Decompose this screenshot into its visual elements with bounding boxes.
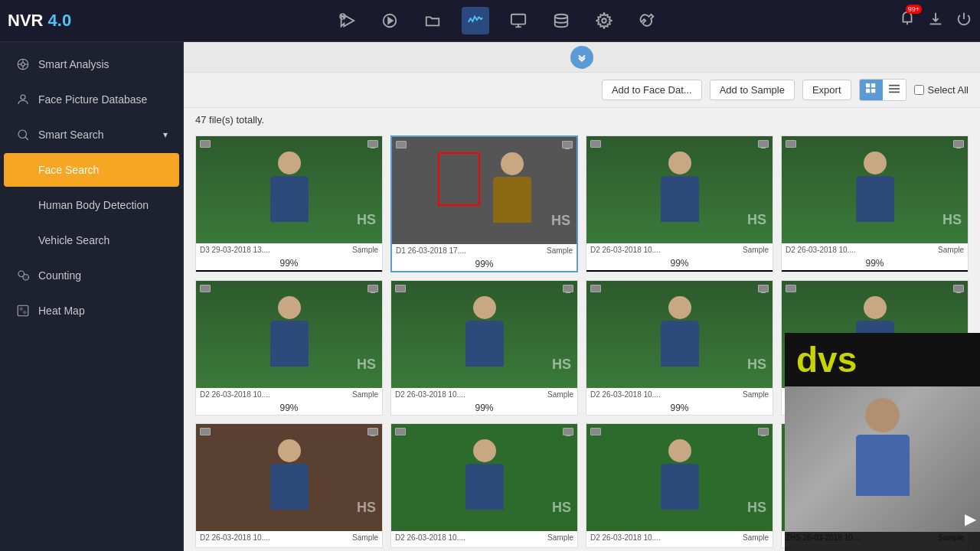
image-info: D2 26-03-2018 10.... Sample	[782, 243, 968, 256]
heat-map-icon	[15, 303, 31, 318]
image-score	[196, 544, 382, 547]
image-frame: HS	[586, 281, 773, 388]
topbar: NVR 4.0	[0, 0, 980, 42]
svg-rect-28	[889, 88, 900, 90]
image-frame: HS	[586, 424, 773, 531]
smart-search-arrow: ▾	[163, 129, 168, 140]
svg-line-17	[25, 137, 28, 140]
svg-point-10	[21, 63, 25, 67]
table-row[interactable]: HS D2 26-03-2018 10.... Sample 99%	[195, 280, 383, 416]
export-button[interactable]: Export	[802, 80, 851, 100]
image-frame: HS	[196, 424, 382, 531]
camera-icon	[786, 140, 796, 148]
image-info: D2 26-03-2018 10.... Sample	[196, 388, 382, 401]
image-score	[391, 544, 577, 547]
svg-point-22	[23, 311, 27, 315]
view-toggle	[859, 79, 906, 101]
list-view-button[interactable]	[883, 80, 906, 100]
select-all-area: Select All	[914, 84, 969, 96]
sidebar-item-heat-map[interactable]: Heat Map	[4, 294, 179, 328]
table-row[interactable]: HS D1 26-03-2018 17.... Sample 99%	[390, 135, 578, 272]
sidebar-item-smart-analysis[interactable]: Smart Analysis	[4, 47, 179, 81]
svg-rect-25	[866, 89, 870, 93]
collapse-button[interactable]	[570, 46, 593, 69]
image-info: D2 26-03-2018 10.... Sample	[196, 531, 382, 544]
table-row[interactable]: HS D2 26-03-2018 10.... Sample	[586, 423, 773, 548]
sidebar-item-vehicle-search[interactable]: Vehicle Search	[4, 223, 179, 257]
image-frame: HS	[391, 281, 577, 388]
camera-icon	[786, 285, 796, 292]
svg-rect-23	[866, 83, 870, 87]
image-info: D2 26-03-2018 10.... Sample	[586, 531, 773, 544]
image-timestamp: D2 26-03-2018 10....	[590, 390, 661, 399]
dvs-logo-text: dvs	[796, 340, 857, 380]
nav-tools[interactable]	[633, 7, 661, 34]
cam-watermark: HS	[357, 500, 376, 516]
sidebar-label-smart-analysis: Smart Analysis	[38, 58, 109, 70]
file-count-text: 47 file(s) totally.	[195, 114, 264, 126]
download-icon[interactable]	[927, 11, 944, 31]
person-figure	[848, 152, 902, 236]
camera-icon	[200, 140, 211, 148]
camera-icon	[396, 141, 407, 148]
nav-playback[interactable]	[333, 7, 361, 34]
smart-search-icon	[15, 127, 31, 142]
monitor-icon	[953, 285, 964, 292]
table-row[interactable]: HS D2 26-03-2018 10.... Sample	[195, 423, 383, 548]
camera-icon	[200, 285, 211, 292]
sidebar-label-face-database: Face Picture Database	[38, 93, 147, 106]
svg-point-21	[20, 308, 24, 311]
monitor-icon	[953, 140, 964, 148]
svg-rect-20	[18, 305, 28, 316]
monitor-icon	[368, 285, 378, 292]
toolbar: Add to Face Dat... Add to Sample Export	[184, 73, 980, 108]
nav-play[interactable]	[376, 7, 403, 34]
nav-folder[interactable]	[419, 7, 446, 34]
person-figure	[263, 439, 316, 523]
sidebar-label-vehicle-search: Vehicle Search	[38, 234, 109, 246]
nav-database[interactable]	[547, 7, 575, 34]
table-row[interactable]: HS D3 29-03-2018 13.... Sample 99%	[195, 135, 383, 272]
image-info: D2 26-03-2018 10.... Sample	[391, 531, 577, 544]
power-icon[interactable]	[956, 11, 972, 31]
sidebar-item-face-search[interactable]: Face Search	[4, 153, 179, 187]
cam-watermark: HS	[552, 357, 571, 373]
table-row[interactable]: HS D2 26-03-2018 10.... Sample 99%	[390, 280, 578, 416]
sidebar-label-heat-map: Heat Map	[38, 305, 85, 317]
monitor-icon	[368, 428, 378, 435]
table-row[interactable]: HS D2 26-03-2018 10.... Sample 99%	[586, 135, 773, 272]
sidebar-item-face-database[interactable]: Face Picture Database	[4, 83, 179, 116]
image-tag: Sample	[352, 390, 378, 399]
table-row[interactable]: HS D2 26-03-2018 10.... Sample 99%	[781, 135, 969, 272]
nav-analytics[interactable]	[462, 7, 489, 34]
nav-monitor[interactable]	[505, 7, 532, 34]
sidebar-item-counting[interactable]: Counting	[4, 259, 179, 292]
add-face-button[interactable]: Add to Face Dat...	[602, 80, 702, 100]
nav-settings[interactable]	[590, 7, 618, 34]
table-row[interactable]: HS D2 26-03-2018 10.... Sample	[390, 423, 578, 548]
notifications-icon[interactable]: 99+	[899, 11, 916, 31]
select-all-checkbox[interactable]	[914, 85, 924, 95]
nav-icons	[94, 7, 899, 34]
person-figure	[485, 152, 539, 236]
table-row[interactable]: HS D2 26-03-2018 10.... Sample 99%	[586, 280, 773, 416]
svg-rect-27	[889, 85, 900, 86]
image-tag: Sample	[547, 390, 573, 399]
add-sample-button[interactable]: Add to Sample	[710, 80, 795, 100]
chevron-bar	[184, 42, 980, 73]
person-figure	[653, 152, 707, 236]
grid-view-button[interactable]	[860, 80, 883, 100]
sidebar-item-smart-search[interactable]: Smart Search ▾	[4, 118, 179, 152]
image-score: 99%	[196, 401, 382, 415]
image-frame: HS	[391, 424, 577, 531]
cam-watermark: HS	[552, 500, 571, 516]
image-timestamp: D2 26-03-2018 10....	[590, 246, 661, 254]
image-score: 99%	[586, 256, 773, 270]
sidebar-item-human-body[interactable]: Human Body Detection	[4, 188, 179, 222]
image-frame: HS	[392, 137, 577, 244]
image-timestamp: D2 26-03-2018 10....	[200, 390, 270, 399]
svg-rect-3	[511, 15, 524, 24]
sidebar-label-smart-search: Smart Search	[38, 129, 104, 141]
svg-rect-26	[871, 89, 875, 93]
image-score	[586, 544, 773, 547]
